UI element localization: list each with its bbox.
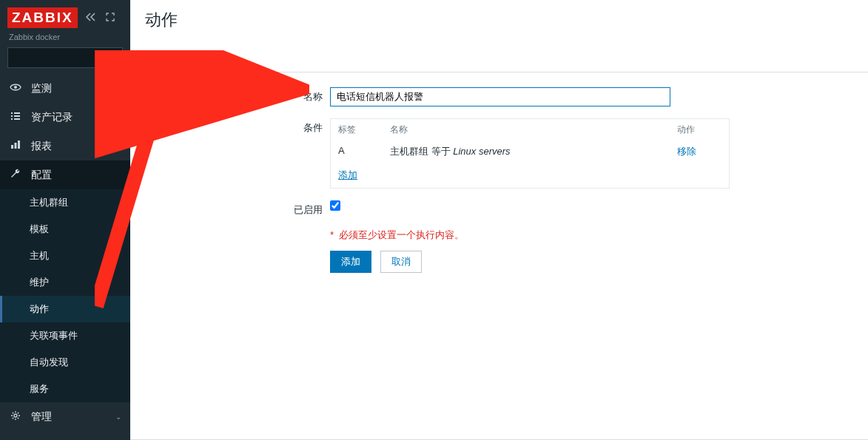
config-submenu: 主机群组 模板 主机 维护 动作 关联项事件 自动发现 服务 [0,189,130,402]
svg-rect-6 [14,115,20,117]
nav-monitoring[interactable]: 监测 ⌄ [0,74,130,103]
svg-rect-3 [11,112,13,114]
subnav-actions[interactable]: 动作 [0,296,130,322]
subnav-templates[interactable]: 模板 [0,216,130,243]
svg-point-2 [14,86,17,89]
table-row: A 主机群组 等于 Linux servers 移除 [331,141,729,163]
chevron-down-icon: ⌄ [115,84,121,92]
collapse-icon[interactable] [85,13,97,24]
nav-label: 配置 [31,169,121,182]
chevron-down-icon: ⌄ [115,413,121,421]
tab-content: *名称 条件 标签 名称 动作 [130,72,868,440]
list-icon [9,110,22,124]
fullscreen-icon[interactable] [106,13,115,24]
name-input[interactable] [330,87,670,106]
name-label: *名称 [145,87,330,104]
chevron-down-icon: ⌄ [115,113,121,121]
eye-icon [9,81,22,95]
nav-label: 资产记录 [31,111,107,124]
chevron-down-icon: ⌄ [115,142,121,150]
gear-icon [9,410,22,424]
subnav-correlation[interactable]: 关联项事件 [0,322,130,349]
chart-icon [9,139,22,153]
enabled-label: 已启用 [145,200,330,217]
nav-label: 监测 [31,82,107,95]
svg-rect-4 [14,112,20,114]
svg-rect-10 [15,143,17,149]
sidebar-header: ZABBIX [0,0,130,33]
subnav-discovery[interactable]: 自动发现 [0,349,130,376]
sidebar: ZABBIX Zabbix docker [0,0,130,440]
nav-label: 管理 [31,410,107,424]
logo[interactable]: ZABBIX [7,7,78,28]
svg-rect-8 [14,118,20,120]
page-header: 动作 动作 操作 [130,0,868,72]
cond-header-act: 动作 [677,123,721,136]
main-content: 动作 动作 操作 *名称 条件 [130,0,868,440]
remove-link[interactable]: 移除 [677,146,696,157]
svg-point-12 [14,414,17,417]
tabs: 动作 操作 [145,44,853,72]
warning-text: * 必须至少设置一个执行内容。 [330,229,752,242]
cond-name: 主机群组 等于 Linux servers [390,145,677,158]
page-title: 动作 [145,9,853,31]
nav-label: 报表 [31,140,107,153]
search-input[interactable] [14,53,125,63]
svg-rect-7 [11,118,13,120]
cond-header-name: 名称 [390,123,677,136]
cancel-button[interactable]: 取消 [380,251,422,273]
enabled-checkbox[interactable] [330,200,340,211]
svg-rect-5 [11,115,13,117]
add-condition-link[interactable]: 添加 [331,163,365,188]
cond-header-tag: 标签 [338,123,390,136]
svg-rect-11 [18,141,20,149]
wrench-icon [9,168,22,182]
cond-tag: A [338,145,390,158]
nav-inventory[interactable]: 资产记录 ⌄ [0,103,130,132]
condition-label: 条件 [145,118,330,135]
subnav-maintenance[interactable]: 维护 [0,269,130,296]
subnav-hosts[interactable]: 主机 [0,243,130,269]
subnav-hostgroups[interactable]: 主机群组 [0,189,130,216]
nav-configuration[interactable]: 配置 [0,160,130,189]
tab-action[interactable]: 动作 [145,44,167,72]
instance-name: Zabbix docker [0,33,130,47]
submit-button[interactable]: 添加 [330,251,371,273]
search-box[interactable] [7,47,123,68]
subnav-services[interactable]: 服务 [0,376,130,402]
tab-operation[interactable]: 操作 [182,44,204,72]
svg-rect-9 [11,145,13,149]
condition-table: 标签 名称 动作 A 主机群组 等于 Linux servers 移除 [330,118,730,189]
nav-reports[interactable]: 报表 ⌄ [0,132,130,160]
nav-administration[interactable]: 管理 ⌄ [0,402,130,431]
